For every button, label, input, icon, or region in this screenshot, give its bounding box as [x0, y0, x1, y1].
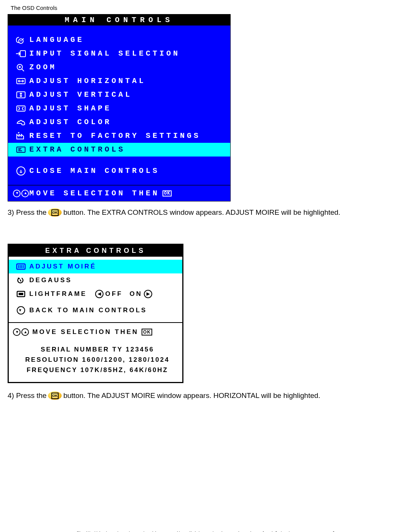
menu-item-adjust-horizontal[interactable]: ADJUST HORIZONTAL — [8, 74, 230, 88]
extra-controls-icon — [13, 145, 29, 154]
lightframe-on[interactable]: ON ▶ — [129, 290, 154, 298]
menu-label: CLOSE MAIN CONTROLS — [29, 167, 159, 175]
menu-item-reset[interactable]: RESET TO FACTORY SETTINGS — [8, 129, 230, 143]
extra-controls-title: EXTRA CONTROLS — [9, 245, 182, 257]
menu-label: BACK TO MAIN CONTROLS — [29, 307, 147, 314]
step-3-text: 3) Press the OK button. The EXTRA CONTRO… — [8, 208, 403, 218]
menu-item-close[interactable]: CLOSE MAIN CONTROLS — [8, 164, 230, 178]
menu-label: INPUT SIGNAL SELECTION — [29, 50, 180, 58]
step-4-text: 4) Press the OK button. The ADJUST MOIRE… — [8, 391, 403, 401]
menu-item-adjust-moire[interactable]: ADJUST MOIRÉ — [9, 260, 182, 273]
menu-label: ADJUST VERTICAL — [29, 91, 132, 99]
svg-rect-4 — [17, 106, 25, 111]
menu-label: ZOOM — [29, 64, 57, 71]
serial-number: SERIAL NUMBER TY 123456 — [13, 344, 182, 355]
main-controls-title: MAIN CONTROLS — [8, 14, 230, 26]
menu-label: DEGAUSS — [29, 276, 72, 284]
shape-icon — [13, 104, 29, 113]
updown-icon: ▼▲ — [13, 190, 29, 197]
main-controls-osd: MAIN CONTROLS LANGUAGE INPUT SIGNAL SELE… — [8, 14, 231, 201]
svg-point-7 — [22, 121, 24, 122]
menu-label: ADJUST MOIRÉ — [29, 263, 96, 270]
updown-icon: ▼▲ — [13, 328, 29, 336]
degauss-icon — [13, 276, 29, 284]
footer-text: MOVE SELECTION THEN — [29, 190, 159, 197]
input-signal-icon — [13, 50, 29, 58]
svg-rect-8 — [17, 147, 25, 152]
menu-item-input-signal[interactable]: INPUT SIGNAL SELECTION — [8, 47, 230, 61]
menu-item-extra-controls[interactable]: EXTRA CONTROLS — [8, 143, 230, 157]
extra-controls-footer: ▼▲ MOVE SELECTION THEN OK SERIAL NUMBER … — [9, 322, 182, 382]
menu-label: LANGUAGE — [29, 36, 84, 44]
factory-icon — [13, 132, 29, 140]
back-icon: ▼ — [13, 306, 29, 315]
menu-item-adjust-color[interactable]: ADJUST COLOR — [8, 115, 230, 129]
menu-item-zoom[interactable]: ZOOM — [8, 61, 230, 74]
menu-label: EXTRA CONTROLS — [29, 146, 125, 153]
ok-indicator: OK — [142, 329, 152, 335]
color-icon — [13, 118, 29, 126]
extra-controls-osd: EXTRA CONTROLS ADJUST MOIRÉ DEGAUSS LI — [8, 244, 183, 383]
menu-item-back[interactable]: ▼ BACK TO MAIN CONTROLS — [9, 301, 182, 320]
lightframe-label: LIGHTFRAME — [29, 290, 87, 298]
horizontal-icon — [13, 77, 29, 85]
move-text: MOVE SELECTION THEN — [32, 328, 139, 336]
page-header: The OSD Controls — [11, 5, 403, 11]
menu-item-adjust-vertical[interactable]: ADJUST VERTICAL — [8, 88, 230, 102]
page-footer: file:///D|/rita/LF2/LF2/LFa1/multi_manua… — [8, 530, 403, 532]
resolution-info: RESOLUTION 1600/1200, 1280/1024 — [13, 355, 182, 365]
menu-item-language[interactable]: LANGUAGE — [8, 33, 230, 47]
ok-indicator: OK — [162, 190, 172, 197]
svg-rect-11 — [19, 293, 23, 295]
menu-label: ADJUST COLOR — [29, 118, 112, 126]
svg-rect-9 — [17, 264, 25, 269]
step4-suffix: button. The ADJUST MOIRE window appears.… — [63, 391, 320, 401]
frequency-info: FREQUENCY 107K/85HZ, 64K/60HZ — [13, 365, 182, 375]
left-arrow-icon: ◀ — [95, 290, 104, 298]
menu-item-adjust-shape[interactable]: ADJUST SHAPE — [8, 102, 230, 115]
moire-icon — [13, 263, 29, 270]
menu-item-degauss[interactable]: DEGAUSS — [9, 273, 182, 287]
main-controls-footer: ▼▲ MOVE SELECTION THEN OK — [8, 185, 230, 201]
menu-label: ADJUST HORIZONTAL — [29, 77, 146, 85]
step3-prefix: 3) Press the — [8, 208, 46, 218]
menu-label: ADJUST SHAPE — [29, 105, 112, 112]
close-icon — [13, 166, 29, 176]
right-arrow-icon: ▶ — [144, 290, 152, 298]
step4-prefix: 4) Press the — [8, 391, 46, 401]
svg-point-5 — [19, 121, 20, 122]
step3-suffix: button. The EXTRA CONTROLS window appear… — [63, 208, 340, 218]
svg-point-6 — [21, 120, 22, 121]
zoom-icon — [13, 63, 29, 72]
vertical-icon — [13, 91, 29, 99]
menu-label: RESET TO FACTORY SETTINGS — [29, 132, 201, 140]
lightframe-icon — [13, 290, 29, 298]
svg-rect-0 — [20, 51, 25, 57]
language-icon — [13, 36, 29, 44]
menu-item-lightframe[interactable]: LIGHTFRAME ◀ OFF ON ▶ — [9, 287, 182, 301]
ok-button-icon: OK — [48, 208, 62, 217]
lightframe-off[interactable]: ◀ OFF — [94, 290, 123, 298]
ok-button-icon: OK — [48, 391, 62, 400]
